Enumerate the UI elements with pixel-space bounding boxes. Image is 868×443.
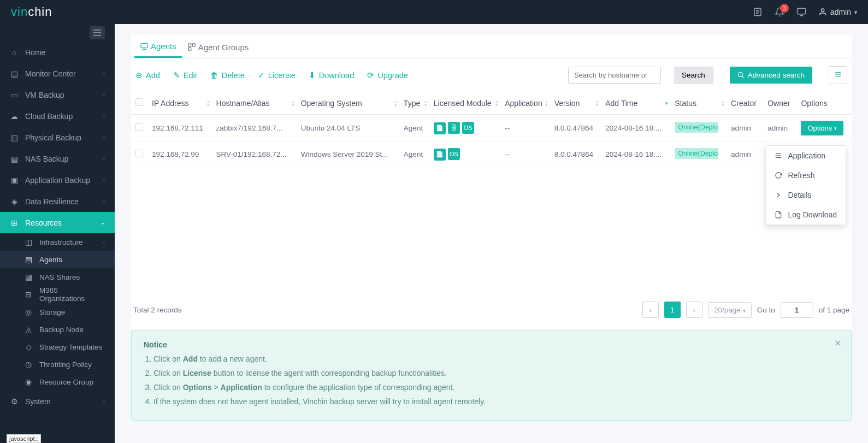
cell-modules: 📄🗄OS xyxy=(429,115,500,142)
search-button[interactable]: Search xyxy=(674,67,713,84)
nav-icon: ◫ xyxy=(24,238,33,246)
nav-icon: ◉ xyxy=(24,377,33,386)
sidebar-item-data-resilience[interactable]: ◈Data Resilience‹ xyxy=(0,191,115,212)
sidebar: ⌂Home▤Monitor Center‹▭VM Backup‹☁Cloud B… xyxy=(0,24,115,443)
col-application[interactable]: Application▴▾ xyxy=(500,92,550,115)
sidebar-item-physical-backup[interactable]: ▥Physical Backup‹ xyxy=(0,127,115,148)
goto-input[interactable] xyxy=(781,302,813,318)
row-checkbox[interactable] xyxy=(135,123,143,131)
dd-refresh[interactable]: Refresh xyxy=(766,166,846,185)
doc-icon[interactable] xyxy=(753,7,763,17)
col-options[interactable]: Options xyxy=(796,92,852,115)
col-creator[interactable]: Creator xyxy=(727,92,763,115)
advanced-search-button[interactable]: Advanced search xyxy=(730,67,812,84)
cell-hostname: zabbix7/192.168.7... xyxy=(212,115,297,142)
sidebar-item-system[interactable]: ⚙System‹ xyxy=(0,391,115,412)
module-icon: OS xyxy=(448,148,460,160)
monitor-icon[interactable] xyxy=(796,7,806,17)
cell-type: Agent xyxy=(399,115,429,142)
goto-label: Go to xyxy=(757,306,775,314)
col-ip-address[interactable]: IP Address▴▾ xyxy=(147,92,212,115)
col-hostname-alias[interactable]: Hostname/Alias▴▾ xyxy=(212,92,297,115)
col-licensed-module[interactable]: Licensed Module▴▾ xyxy=(429,92,500,115)
edit-button[interactable]: ✎ Edit xyxy=(173,71,197,80)
upgrade-button[interactable]: ⟳ Upgrade xyxy=(367,71,408,80)
nav-icon: ▦ xyxy=(24,273,33,281)
notice-line-1: Click on Add to add a new agent. xyxy=(153,353,839,365)
notice-panel: ✕ Notice Click on Add to add a new agent… xyxy=(131,330,852,421)
module-icon: 🗄 xyxy=(448,122,460,134)
user-menu[interactable]: admin▾ xyxy=(818,8,857,16)
sidebar-item-monitor-center[interactable]: ▤Monitor Center‹ xyxy=(0,63,115,84)
hamburger-icon[interactable] xyxy=(90,26,105,39)
main-content: Agents Agent Groups ⊕ Add ✎ Edit 🗑 Delet… xyxy=(115,24,868,443)
columns-button[interactable] xyxy=(829,66,847,84)
nav-icon: ◷ xyxy=(24,360,33,369)
sidebar-item-resources[interactable]: ⊞Resources⌄ xyxy=(0,212,115,233)
svg-line-17 xyxy=(742,76,743,78)
cell-status: Online(Deploy xyxy=(670,142,727,167)
close-icon[interactable]: ✕ xyxy=(834,338,841,349)
sidebar-item-cloud-backup[interactable]: ☁Cloud Backup‹ xyxy=(0,105,115,127)
license-button[interactable]: ✓ License xyxy=(258,71,296,80)
col-operating-system[interactable]: Operating System▴▾ xyxy=(297,92,399,115)
options-button[interactable]: Options ▾ xyxy=(801,121,843,135)
sidebar-sub-backup-node[interactable]: ◬Backup Node xyxy=(0,321,115,338)
col-version[interactable]: Version▴▾ xyxy=(550,92,601,115)
table-row: 192.168.72.99 SRV-01/192.168.72... Windo… xyxy=(131,142,852,167)
sidebar-item-application-backup[interactable]: ▣Application Backup‹ xyxy=(0,169,115,191)
notice-line-4: If the system does not have agent instal… xyxy=(153,396,839,407)
col-status[interactable]: Status▴▾ xyxy=(670,92,727,115)
sidebar-item-nas-backup[interactable]: ▦NAS Backup‹ xyxy=(0,148,115,169)
sidebar-sub-agents[interactable]: ▤Agents xyxy=(0,251,115,268)
download-button[interactable]: ⬇ Download xyxy=(309,71,355,80)
nav-icon: ⊟ xyxy=(24,290,33,299)
cell-app: -- xyxy=(500,115,550,142)
sidebar-item-vm-backup[interactable]: ▭VM Backup‹ xyxy=(0,84,115,105)
logo: vinchin xyxy=(11,5,52,19)
tab-agents[interactable]: Agents xyxy=(134,35,182,58)
dd-log-download[interactable]: Log Download xyxy=(766,205,846,225)
app-header: vinchin 3 admin▾ xyxy=(0,0,868,24)
cell-modules: 📄OS xyxy=(429,142,500,167)
select-all-checkbox[interactable] xyxy=(135,98,143,106)
search-input[interactable] xyxy=(568,67,661,84)
nav-icon: ▦ xyxy=(10,155,19,163)
cell-version: 8.0.0.47864 xyxy=(550,142,601,167)
cell-status: Online(Deploy xyxy=(670,115,727,142)
sidebar-sub-m365-organizations[interactable]: ⊟M365 Organizations xyxy=(0,286,115,303)
dd-details[interactable]: Details xyxy=(766,185,846,205)
module-icon: 📄 xyxy=(434,122,446,134)
row-checkbox[interactable] xyxy=(135,150,143,157)
module-icon: OS xyxy=(462,122,474,134)
sidebar-sub-storage[interactable]: ◎Storage xyxy=(0,303,115,321)
nav-icon: ☁ xyxy=(10,112,19,121)
sidebar-sub-infrastructure[interactable]: ◫Infrastructure‹ xyxy=(0,233,115,251)
page-next[interactable]: › xyxy=(686,302,702,318)
col-owner[interactable]: Owner xyxy=(763,92,796,115)
tab-agent-groups[interactable]: Agent Groups xyxy=(182,35,255,58)
cell-hostname: SRV-01/192.168.72... xyxy=(212,142,297,167)
cell-version: 8.0.0.47864 xyxy=(550,115,601,142)
cell-creator: admin xyxy=(727,142,763,167)
col-type[interactable]: Type▴▾ xyxy=(399,92,429,115)
cell-creator: admin xyxy=(727,115,763,142)
sidebar-sub-resource-group[interactable]: ◉Resource Group xyxy=(0,373,115,391)
svg-rect-4 xyxy=(797,8,805,14)
svg-rect-13 xyxy=(188,44,191,46)
page-prev[interactable]: ‹ xyxy=(642,302,659,318)
sidebar-sub-throttling-policy[interactable]: ◷Throttling Policy xyxy=(0,356,115,373)
nav-icon: ⌂ xyxy=(10,48,19,57)
sidebar-item-home[interactable]: ⌂Home xyxy=(0,42,115,63)
col-add-time[interactable]: Add Time▾ xyxy=(601,92,670,115)
bell-icon[interactable]: 3 xyxy=(775,7,784,17)
dd-application[interactable]: Application xyxy=(766,146,846,166)
delete-button[interactable]: 🗑 Delete xyxy=(210,71,245,80)
page-current[interactable]: 1 xyxy=(664,302,681,318)
nav-icon: ◇ xyxy=(24,342,33,351)
sidebar-sub-strategy-templates[interactable]: ◇Strategy Templates xyxy=(0,338,115,356)
sidebar-sub-nas-shares[interactable]: ▦NAS Shares xyxy=(0,268,115,286)
add-button[interactable]: ⊕ Add xyxy=(135,71,160,80)
per-page-select[interactable]: 20/page ▾ xyxy=(708,302,752,318)
toolbar: ⊕ Add ✎ Edit 🗑 Delete ✓ License ⬇ Downlo… xyxy=(131,58,852,92)
